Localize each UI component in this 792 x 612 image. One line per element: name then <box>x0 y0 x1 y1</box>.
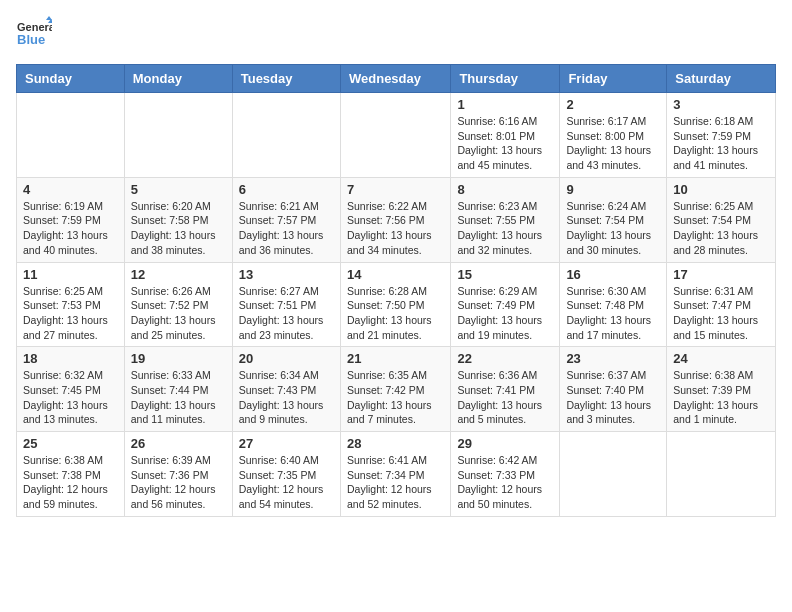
day-info: Sunrise: 6:20 AMSunset: 7:58 PMDaylight:… <box>131 199 226 258</box>
day-number: 9 <box>566 182 660 197</box>
calendar-cell: 15Sunrise: 6:29 AMSunset: 7:49 PMDayligh… <box>451 262 560 347</box>
day-info: Sunrise: 6:24 AMSunset: 7:54 PMDaylight:… <box>566 199 660 258</box>
calendar-cell: 19Sunrise: 6:33 AMSunset: 7:44 PMDayligh… <box>124 347 232 432</box>
calendar-cell: 3Sunrise: 6:18 AMSunset: 7:59 PMDaylight… <box>667 93 776 178</box>
calendar-cell <box>667 432 776 517</box>
day-info: Sunrise: 6:17 AMSunset: 8:00 PMDaylight:… <box>566 114 660 173</box>
day-number: 16 <box>566 267 660 282</box>
day-number: 22 <box>457 351 553 366</box>
day-info: Sunrise: 6:25 AMSunset: 7:53 PMDaylight:… <box>23 284 118 343</box>
calendar-cell: 20Sunrise: 6:34 AMSunset: 7:43 PMDayligh… <box>232 347 340 432</box>
day-number: 25 <box>23 436 118 451</box>
calendar-week-row: 25Sunrise: 6:38 AMSunset: 7:38 PMDayligh… <box>17 432 776 517</box>
day-number: 8 <box>457 182 553 197</box>
day-number: 26 <box>131 436 226 451</box>
calendar-week-row: 18Sunrise: 6:32 AMSunset: 7:45 PMDayligh… <box>17 347 776 432</box>
calendar-cell: 24Sunrise: 6:38 AMSunset: 7:39 PMDayligh… <box>667 347 776 432</box>
calendar-cell: 7Sunrise: 6:22 AMSunset: 7:56 PMDaylight… <box>340 177 450 262</box>
calendar-cell <box>17 93 125 178</box>
day-info: Sunrise: 6:23 AMSunset: 7:55 PMDaylight:… <box>457 199 553 258</box>
calendar-cell: 29Sunrise: 6:42 AMSunset: 7:33 PMDayligh… <box>451 432 560 517</box>
day-header: Sunday <box>17 65 125 93</box>
calendar-table: SundayMondayTuesdayWednesdayThursdayFrid… <box>16 64 776 517</box>
day-info: Sunrise: 6:34 AMSunset: 7:43 PMDaylight:… <box>239 368 334 427</box>
calendar-cell <box>560 432 667 517</box>
day-header: Wednesday <box>340 65 450 93</box>
calendar-cell: 18Sunrise: 6:32 AMSunset: 7:45 PMDayligh… <box>17 347 125 432</box>
day-info: Sunrise: 6:29 AMSunset: 7:49 PMDaylight:… <box>457 284 553 343</box>
day-number: 4 <box>23 182 118 197</box>
calendar-cell: 12Sunrise: 6:26 AMSunset: 7:52 PMDayligh… <box>124 262 232 347</box>
calendar-cell: 17Sunrise: 6:31 AMSunset: 7:47 PMDayligh… <box>667 262 776 347</box>
calendar-header-row: SundayMondayTuesdayWednesdayThursdayFrid… <box>17 65 776 93</box>
calendar-cell: 26Sunrise: 6:39 AMSunset: 7:36 PMDayligh… <box>124 432 232 517</box>
calendar-cell: 11Sunrise: 6:25 AMSunset: 7:53 PMDayligh… <box>17 262 125 347</box>
logo-svg: General Blue <box>16 16 52 52</box>
day-info: Sunrise: 6:36 AMSunset: 7:41 PMDaylight:… <box>457 368 553 427</box>
day-info: Sunrise: 6:28 AMSunset: 7:50 PMDaylight:… <box>347 284 444 343</box>
day-number: 5 <box>131 182 226 197</box>
calendar-week-row: 4Sunrise: 6:19 AMSunset: 7:59 PMDaylight… <box>17 177 776 262</box>
svg-text:Blue: Blue <box>17 32 45 47</box>
calendar-cell: 16Sunrise: 6:30 AMSunset: 7:48 PMDayligh… <box>560 262 667 347</box>
day-header: Thursday <box>451 65 560 93</box>
calendar-cell: 2Sunrise: 6:17 AMSunset: 8:00 PMDaylight… <box>560 93 667 178</box>
day-info: Sunrise: 6:37 AMSunset: 7:40 PMDaylight:… <box>566 368 660 427</box>
calendar-cell: 8Sunrise: 6:23 AMSunset: 7:55 PMDaylight… <box>451 177 560 262</box>
day-info: Sunrise: 6:32 AMSunset: 7:45 PMDaylight:… <box>23 368 118 427</box>
day-info: Sunrise: 6:25 AMSunset: 7:54 PMDaylight:… <box>673 199 769 258</box>
day-number: 24 <box>673 351 769 366</box>
calendar-cell: 21Sunrise: 6:35 AMSunset: 7:42 PMDayligh… <box>340 347 450 432</box>
day-header: Tuesday <box>232 65 340 93</box>
day-number: 13 <box>239 267 334 282</box>
calendar-cell: 6Sunrise: 6:21 AMSunset: 7:57 PMDaylight… <box>232 177 340 262</box>
calendar-cell: 14Sunrise: 6:28 AMSunset: 7:50 PMDayligh… <box>340 262 450 347</box>
calendar-cell: 22Sunrise: 6:36 AMSunset: 7:41 PMDayligh… <box>451 347 560 432</box>
calendar-cell: 25Sunrise: 6:38 AMSunset: 7:38 PMDayligh… <box>17 432 125 517</box>
day-header: Monday <box>124 65 232 93</box>
day-info: Sunrise: 6:42 AMSunset: 7:33 PMDaylight:… <box>457 453 553 512</box>
day-number: 17 <box>673 267 769 282</box>
day-info: Sunrise: 6:41 AMSunset: 7:34 PMDaylight:… <box>347 453 444 512</box>
day-number: 27 <box>239 436 334 451</box>
day-number: 20 <box>239 351 334 366</box>
calendar-cell: 10Sunrise: 6:25 AMSunset: 7:54 PMDayligh… <box>667 177 776 262</box>
day-number: 11 <box>23 267 118 282</box>
day-info: Sunrise: 6:31 AMSunset: 7:47 PMDaylight:… <box>673 284 769 343</box>
calendar-cell: 13Sunrise: 6:27 AMSunset: 7:51 PMDayligh… <box>232 262 340 347</box>
day-header: Friday <box>560 65 667 93</box>
page-header: General Blue <box>16 16 776 52</box>
calendar-week-row: 11Sunrise: 6:25 AMSunset: 7:53 PMDayligh… <box>17 262 776 347</box>
day-info: Sunrise: 6:27 AMSunset: 7:51 PMDaylight:… <box>239 284 334 343</box>
day-number: 21 <box>347 351 444 366</box>
day-info: Sunrise: 6:40 AMSunset: 7:35 PMDaylight:… <box>239 453 334 512</box>
day-number: 3 <box>673 97 769 112</box>
day-number: 1 <box>457 97 553 112</box>
logo: General Blue <box>16 16 52 52</box>
day-info: Sunrise: 6:30 AMSunset: 7:48 PMDaylight:… <box>566 284 660 343</box>
day-number: 18 <box>23 351 118 366</box>
day-header: Saturday <box>667 65 776 93</box>
day-info: Sunrise: 6:22 AMSunset: 7:56 PMDaylight:… <box>347 199 444 258</box>
calendar-cell <box>232 93 340 178</box>
day-info: Sunrise: 6:35 AMSunset: 7:42 PMDaylight:… <box>347 368 444 427</box>
day-number: 14 <box>347 267 444 282</box>
calendar-cell: 23Sunrise: 6:37 AMSunset: 7:40 PMDayligh… <box>560 347 667 432</box>
calendar-cell <box>124 93 232 178</box>
day-number: 12 <box>131 267 226 282</box>
calendar-cell: 4Sunrise: 6:19 AMSunset: 7:59 PMDaylight… <box>17 177 125 262</box>
day-number: 7 <box>347 182 444 197</box>
day-number: 2 <box>566 97 660 112</box>
day-info: Sunrise: 6:18 AMSunset: 7:59 PMDaylight:… <box>673 114 769 173</box>
day-info: Sunrise: 6:38 AMSunset: 7:38 PMDaylight:… <box>23 453 118 512</box>
day-number: 15 <box>457 267 553 282</box>
day-number: 23 <box>566 351 660 366</box>
calendar-cell: 27Sunrise: 6:40 AMSunset: 7:35 PMDayligh… <box>232 432 340 517</box>
day-number: 28 <box>347 436 444 451</box>
day-number: 10 <box>673 182 769 197</box>
calendar-cell <box>340 93 450 178</box>
day-info: Sunrise: 6:39 AMSunset: 7:36 PMDaylight:… <box>131 453 226 512</box>
day-number: 29 <box>457 436 553 451</box>
day-number: 6 <box>239 182 334 197</box>
calendar-cell: 9Sunrise: 6:24 AMSunset: 7:54 PMDaylight… <box>560 177 667 262</box>
